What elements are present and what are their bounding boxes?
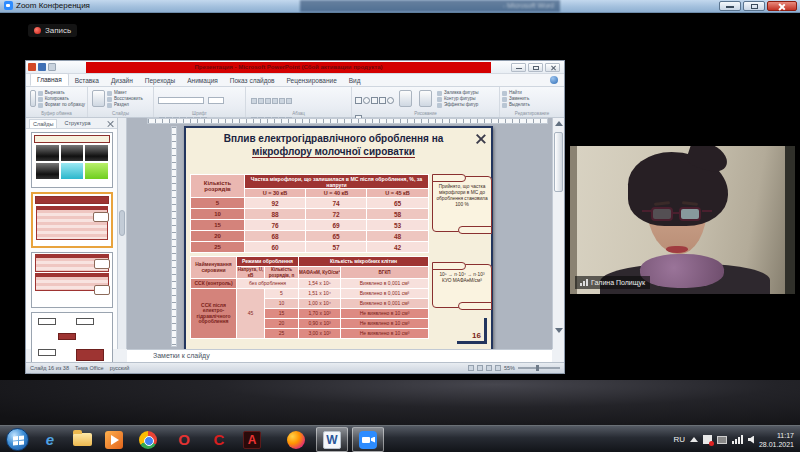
numbering-button[interactable] [258, 98, 264, 104]
tab-transitions[interactable]: Переходы [139, 75, 182, 86]
taskbar-chrome-icon[interactable] [136, 429, 160, 450]
powerpoint-window: Презентация - Microsoft PowerPoint (Сбой… [25, 60, 565, 374]
clock-time: 11:17 [759, 431, 794, 440]
table1-span-header: Частка мікрофлори, що залишилася в МС пі… [245, 175, 429, 189]
volume-icon[interactable] [748, 436, 754, 444]
panel-tab-slides[interactable]: Слайды [29, 119, 57, 128]
shape-line-button[interactable] [379, 97, 386, 104]
network-icon[interactable] [732, 435, 743, 444]
tab-review[interactable]: Рецензирование [281, 75, 343, 86]
table-row: 15766953 [191, 220, 429, 231]
indent-decrease-button[interactable] [265, 98, 271, 104]
section-button[interactable]: Раздел [114, 102, 129, 108]
slide-thumbnail-15[interactable] [31, 252, 113, 308]
ppt-close-button[interactable] [545, 63, 560, 72]
panel-close-icon[interactable] [107, 120, 114, 127]
start-button[interactable] [6, 428, 29, 451]
ribbon-group-editing: Найти Заменить Выделить Редактирование [500, 87, 564, 117]
bullets-button[interactable] [251, 98, 257, 104]
taskbar-file-explorer-icon[interactable] [70, 429, 94, 450]
hidden-icons-arrow[interactable] [690, 437, 698, 442]
reduction-callout: 10⁵ → n·10⁴ → n·10³ КУО МАФАнМ/см³ [432, 264, 492, 308]
quick-styles-button[interactable] [419, 90, 432, 107]
text-direction-button[interactable] [286, 98, 292, 104]
zoom-level: 55% [504, 365, 515, 371]
tab-home[interactable]: Главная [30, 73, 69, 86]
ribbon-group-paragraph: Абзац [246, 87, 352, 117]
status-slide-info: Слайд 16 из 38 [30, 365, 69, 371]
taskbar-acrobat-icon[interactable]: A [240, 429, 264, 450]
quick-access-toolbar[interactable] [28, 63, 56, 71]
ppt-maximize-button[interactable] [528, 63, 543, 72]
status-language[interactable]: русский [110, 365, 130, 371]
close-button[interactable] [767, 1, 797, 11]
ribbon: Вырезать Копировать Формат по образцу Бу… [26, 87, 564, 118]
indent-increase-button[interactable] [272, 98, 278, 104]
notes-placeholder: Заметки к слайду [153, 352, 210, 359]
taskbar-comodo-icon[interactable]: C [207, 429, 231, 450]
select-button[interactable]: Выделить [509, 102, 530, 108]
slide-canvas[interactable]: Вплив електрогідравлічного оброблення на… [184, 126, 493, 349]
language-indicator[interactable]: RU [673, 435, 685, 444]
tab-insert[interactable]: Вставка [69, 75, 105, 86]
shape-ellipse-button[interactable] [363, 97, 370, 104]
power-icon[interactable] [717, 436, 727, 444]
zoom-slider[interactable] [518, 367, 560, 369]
taskbar-zoom-icon[interactable] [356, 429, 380, 450]
taskbar-clock[interactable]: 11:17 28.01.2021 [759, 431, 796, 449]
notes-pane[interactable]: Заметки к слайду [127, 349, 552, 362]
tab-animations[interactable]: Анимация [181, 75, 224, 86]
line-spacing-button[interactable] [279, 98, 285, 104]
taskbar-media-player-icon[interactable] [102, 429, 126, 450]
maximize-button[interactable] [743, 1, 765, 11]
slide-page-number: 16 [472, 331, 481, 340]
participant-name: Галина Полищук [591, 279, 645, 286]
view-sorter-icon[interactable] [477, 365, 483, 371]
taskbar-firefox-icon[interactable] [284, 429, 308, 450]
powerpoint-titlebar[interactable]: Презентация - Microsoft PowerPoint (Сбой… [26, 61, 564, 74]
taskbar-word-icon[interactable]: W [320, 429, 344, 450]
ppt-minimize-button[interactable] [511, 63, 526, 72]
tab-view[interactable]: Вид [343, 75, 367, 86]
slide-scrollbar[interactable] [552, 118, 564, 349]
shape-effects-button[interactable]: Эффекты фигур [444, 102, 478, 108]
font-size-select[interactable] [208, 97, 224, 104]
view-normal-icon[interactable] [468, 365, 474, 371]
shape-smiley-button[interactable] [387, 97, 394, 104]
help-icon[interactable] [550, 76, 558, 84]
shape-rect-button[interactable] [355, 97, 362, 104]
paste-button[interactable] [30, 90, 36, 107]
tab-design[interactable]: Дизайн [105, 75, 139, 86]
taskbar-internet-explorer-icon[interactable]: e [38, 429, 62, 450]
table-row: ССК (контроль) без оброблення 1,54 x 10⁵… [191, 279, 429, 289]
taskbar-opera-icon[interactable]: O [172, 429, 196, 450]
powerpoint-app-icon [28, 63, 36, 71]
participant-video[interactable]: Галина Полищук [570, 146, 795, 294]
thumbnails-scrollbar[interactable] [118, 118, 127, 349]
new-slide-button[interactable] [92, 90, 105, 107]
zoom-window-titlebar: Zoom Конференция - Microsoft Word [0, 0, 800, 13]
font-name-select[interactable] [158, 97, 204, 104]
table-row: 10887258 [191, 209, 429, 220]
tab-slideshow[interactable]: Показ слайдов [224, 75, 281, 86]
undo-icon[interactable] [48, 63, 56, 71]
format-painter-button[interactable]: Формат по образцу [45, 102, 85, 108]
minimize-button[interactable] [719, 1, 741, 11]
view-slideshow-icon[interactable] [495, 365, 501, 371]
panel-tab-outline[interactable]: Структура [61, 119, 93, 127]
shape-arrow-button[interactable] [371, 97, 378, 104]
action-center-icon[interactable] [703, 435, 712, 444]
save-icon[interactable] [38, 63, 46, 71]
arrange-button[interactable] [399, 90, 412, 107]
slide-thumbnail-13[interactable] [31, 132, 113, 188]
table-row: 25605742 [191, 242, 429, 253]
shared-window-title: Презентация - Microsoft PowerPoint (Сбой… [86, 62, 491, 73]
recording-indicator[interactable]: Запись [28, 24, 77, 37]
assumption-callout: Прийнято, що частка мікрофлори в МС до о… [432, 176, 492, 232]
table2-name-header: Найменування сировини [191, 257, 237, 279]
slides-panel: Слайды Структура [26, 118, 118, 349]
view-reading-icon[interactable] [486, 365, 492, 371]
slide-thumbnail-14[interactable] [31, 192, 113, 248]
zoom-window-title: Zoom Конференция [16, 1, 90, 10]
desktop-screen: Zoom Конференция - Microsoft Word Запись… [0, 0, 800, 452]
